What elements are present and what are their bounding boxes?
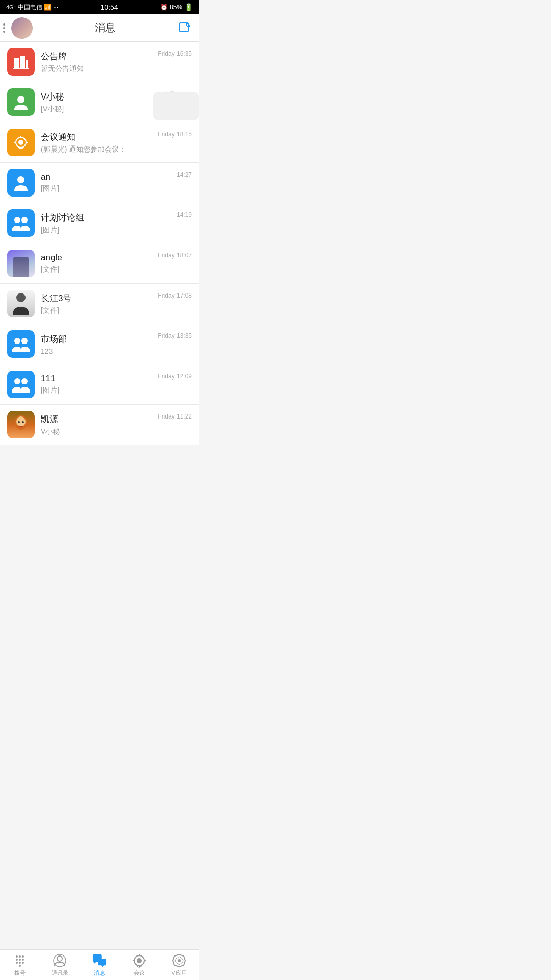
message-preview: [图片] <box>41 226 172 235</box>
message-content: 计划讨论组 [图片] <box>41 212 172 235</box>
message-content: an [图片] <box>41 172 172 193</box>
contact-name: 111 <box>41 374 154 384</box>
avatar-angle <box>7 250 35 277</box>
list-item[interactable]: 会议通知 (郭晨光) 通知您参加会议： Friday 18:15 <box>0 122 199 163</box>
page-title: 消息 <box>95 21 115 35</box>
status-bar: 4G↑ 中国电信 📶 ··· 10:54 ⏰ 85% 🔋 <box>0 0 199 14</box>
message-preview: 123 <box>41 347 154 355</box>
svg-point-20 <box>21 338 28 344</box>
list-item[interactable]: V小秘 [V小秘] 昨天 16:30 <box>0 82 199 122</box>
list-item[interactable]: 凯源 V小秘 Friday 11:22 <box>0 405 199 445</box>
svg-point-18 <box>16 293 26 302</box>
avatar-shichangbu <box>7 330 35 358</box>
message-content: 市场部 123 <box>41 333 154 355</box>
wifi-icon: 📶 <box>44 4 52 11</box>
contact-name: 市场部 <box>41 333 154 345</box>
status-left: 4G↑ 中国电信 📶 ··· <box>6 3 58 12</box>
signal-icon: 4G↑ <box>6 4 16 10</box>
message-time: Friday 13:35 <box>158 332 192 339</box>
svg-point-16 <box>14 217 20 223</box>
message-preview: [图片] <box>41 184 172 193</box>
list-item[interactable]: 计划讨论组 [图片] 14:19 <box>0 203 199 243</box>
header: 消息 <box>0 14 199 42</box>
avatar-changjiang <box>7 290 35 317</box>
svg-point-25 <box>18 421 20 423</box>
message-content: V小秘 [V小秘] <box>41 91 159 114</box>
list-item[interactable]: 111 [图片] Friday 12:09 <box>0 364 199 405</box>
status-right: ⏰ 85% 🔋 <box>160 3 193 11</box>
contact-name: 长江3号 <box>41 292 154 304</box>
contact-name: angle <box>41 253 154 263</box>
svg-rect-6 <box>26 60 28 69</box>
list-item[interactable]: 公告牌 暂无公告通知 Friday 16:35 <box>0 42 199 82</box>
svg-point-22 <box>21 378 28 384</box>
message-preview: V小秘 <box>41 427 154 436</box>
contact-name: an <box>41 172 172 182</box>
dots-icon: ··· <box>53 4 58 11</box>
list-item[interactable]: 长江3号 [文件] Friday 17:08 <box>0 284 199 324</box>
svg-point-19 <box>14 338 20 344</box>
avatar-jihua <box>7 209 35 237</box>
svg-point-8 <box>17 96 24 103</box>
message-content: angle [文件] <box>41 253 154 274</box>
message-time: Friday 18:15 <box>158 131 192 138</box>
message-content: 公告牌 暂无公告通知 <box>41 51 154 74</box>
message-time: 14:19 <box>177 211 192 218</box>
message-time: Friday 12:09 <box>158 373 192 380</box>
message-time: Friday 11:22 <box>158 413 192 420</box>
message-preview: (郭晨光) 通知您参加会议： <box>41 145 154 154</box>
avatar-an <box>7 169 35 197</box>
message-list: 公告牌 暂无公告通知 Friday 16:35 V小秘 [V小秘] 昨天 16:… <box>0 42 199 476</box>
svg-rect-4 <box>14 58 19 69</box>
avatar-vxiaomi <box>7 88 35 116</box>
avatar-gonggaopai <box>7 48 35 76</box>
message-content: 长江3号 [文件] <box>41 292 154 315</box>
message-time: 14:27 <box>177 171 192 178</box>
svg-point-24 <box>16 416 26 427</box>
svg-rect-5 <box>20 56 25 69</box>
compose-button[interactable] <box>178 21 192 35</box>
svg-point-21 <box>14 378 20 384</box>
message-time: Friday 17:08 <box>158 292 192 299</box>
list-item[interactable]: an [图片] 14:27 <box>0 163 199 203</box>
svg-point-15 <box>17 176 24 183</box>
message-time: Friday 16:35 <box>158 50 192 57</box>
svg-point-17 <box>21 217 28 223</box>
contact-name: 会议通知 <box>41 131 154 143</box>
contact-name: 公告牌 <box>41 51 154 62</box>
avatar-kaiyuan <box>7 411 35 438</box>
tooltip-popup <box>153 92 199 120</box>
svg-rect-7 <box>13 68 29 69</box>
message-content: 111 [图片] <box>41 374 154 395</box>
message-preview: [文件] <box>41 265 154 274</box>
svg-point-26 <box>22 421 24 423</box>
message-content: 凯源 V小秘 <box>41 413 154 436</box>
message-preview: [文件] <box>41 306 154 315</box>
list-item[interactable]: angle [文件] Friday 18:07 <box>0 243 199 284</box>
contact-name: V小秘 <box>41 91 159 103</box>
battery-text: 85% <box>170 4 182 11</box>
alarm-icon: ⏰ <box>160 4 168 11</box>
message-preview: [V小秘] <box>41 105 159 114</box>
contact-name: 凯源 <box>41 413 154 425</box>
list-item[interactable]: 市场部 123 Friday 13:35 <box>0 324 199 364</box>
avatar-111 <box>7 371 35 398</box>
svg-point-10 <box>18 140 23 145</box>
message-preview: 暂无公告通知 <box>41 64 154 74</box>
contact-name: 计划讨论组 <box>41 212 172 224</box>
status-time: 10:54 <box>101 3 118 11</box>
message-time: Friday 18:07 <box>158 252 192 259</box>
avatar-meeting <box>7 129 35 156</box>
message-preview: [图片] <box>41 386 154 395</box>
menu-dots-icon[interactable] <box>3 23 5 33</box>
carrier-text: 中国电信 <box>18 3 42 12</box>
avatar[interactable] <box>11 17 33 39</box>
message-content: 会议通知 (郭晨光) 通知您参加会议： <box>41 131 154 154</box>
battery-icon: 🔋 <box>184 3 193 11</box>
